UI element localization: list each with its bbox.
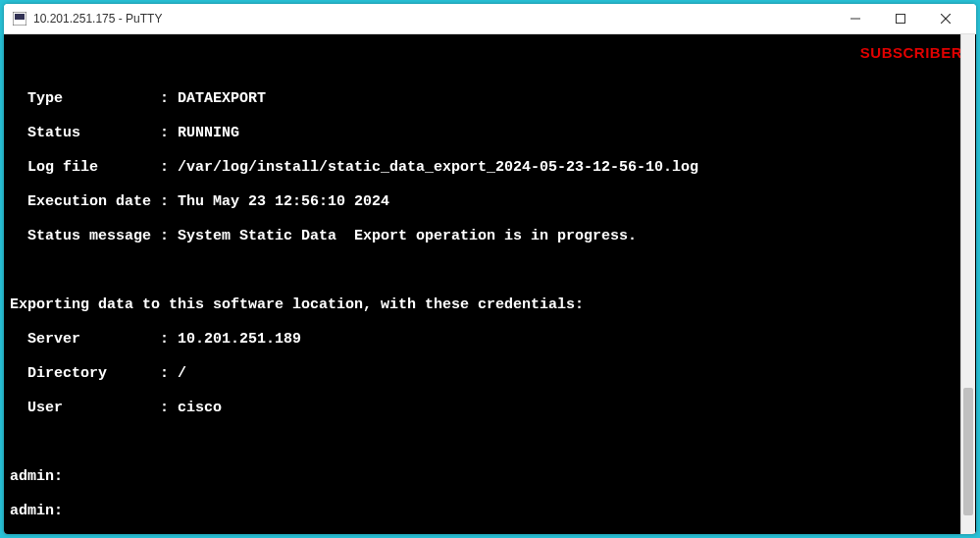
- status-value: RUNNING: [169, 125, 239, 141]
- putty-window: 10.201.251.175 - PuTTY SUBSCRIBER Type :…: [4, 4, 976, 534]
- svg-rect-1: [15, 14, 25, 20]
- maximize-button[interactable]: [878, 4, 923, 33]
- log-value: /var/log/install/static_data_export_2024…: [169, 159, 698, 176]
- svg-rect-3: [897, 15, 905, 24]
- admin-prompt: admin:: [10, 468, 970, 486]
- dir-value: /: [169, 365, 186, 382]
- terminal[interactable]: SUBSCRIBER Type : DATAEXPORT Status : RU…: [4, 34, 976, 534]
- msg-label: Status message :: [10, 228, 169, 244]
- admin-prompt: admin:: [10, 503, 970, 520]
- dir-label: Directory :: [10, 365, 169, 382]
- status-label: Status :: [10, 125, 169, 141]
- minimize-button[interactable]: [833, 4, 878, 33]
- user-label: User :: [10, 400, 169, 416]
- exec-value: Thu May 23 12:56:10 2024: [169, 193, 389, 210]
- msg-value: System Static Data Export operation is i…: [169, 228, 637, 244]
- putty-icon: [12, 11, 27, 27]
- server-label: Server :: [10, 331, 169, 348]
- subscriber-watermark: SUBSCRIBER: [860, 44, 962, 62]
- window-title: 10.201.251.175 - PuTTY: [33, 12, 833, 26]
- type-value: DATAEXPORT: [169, 90, 266, 107]
- scrollbar[interactable]: [960, 34, 975, 534]
- export-header: Exporting data to this software location…: [10, 296, 970, 314]
- scrollbar-thumb[interactable]: [963, 388, 973, 515]
- titlebar[interactable]: 10.201.251.175 - PuTTY: [4, 4, 976, 34]
- user-value: cisco: [169, 400, 222, 416]
- exec-label: Execution date :: [10, 193, 169, 210]
- close-button[interactable]: [923, 4, 968, 33]
- type-label: Type :: [10, 90, 169, 107]
- window-controls: [833, 4, 968, 33]
- server-value: 10.201.251.189: [169, 331, 301, 348]
- log-label: Log file :: [10, 159, 169, 176]
